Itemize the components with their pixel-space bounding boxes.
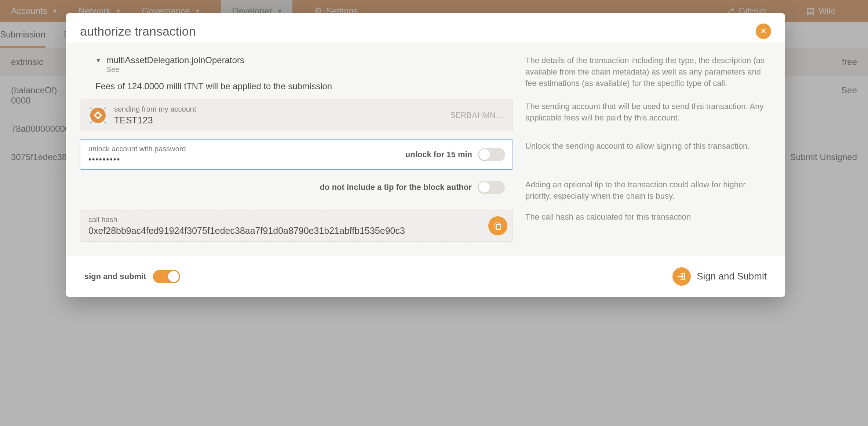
close-icon: ✕ — [760, 26, 767, 36]
tip-label: do not include a tip for the block autho… — [320, 183, 472, 192]
fees-line: Fees of 124.0000 milli tTNT will be appl… — [80, 81, 513, 91]
password-card[interactable]: unlock account with password ••••••••• u… — [80, 139, 513, 170]
sign-in-icon — [677, 272, 686, 281]
sending-account-card[interactable]: sending from my account TEST123 5ERBAHMN… — [80, 100, 513, 131]
account-name: TEST123 — [114, 115, 504, 126]
identicon — [88, 106, 107, 125]
desc-tip: Adding an optional tip to the transactio… — [525, 178, 771, 202]
svg-point-3 — [96, 113, 100, 117]
modal-footer: sign and submit Sign and Submit — [66, 256, 785, 297]
authorize-transaction-modal: authorize transaction ✕ ▼ multiAssetDele… — [66, 13, 785, 297]
account-label: sending from my account — [114, 105, 504, 113]
svg-rect-5 — [104, 107, 106, 109]
sign-and-submit-button[interactable]: Sign and Submit — [672, 267, 767, 286]
desc-account: The sending account that will be used to… — [525, 100, 771, 124]
unlock-15min-toggle[interactable] — [478, 148, 505, 161]
modal-body: ▼ multiAssetDelegation.joinOperators See… — [66, 43, 785, 256]
copy-call-hash-button[interactable] — [488, 216, 507, 235]
call-hash-value: 0xef28bb9ac4fed91924f3075f1edec38aa7f91d… — [88, 225, 483, 236]
desc-callhash: The call hash as calculated for this tra… — [525, 210, 771, 223]
svg-rect-4 — [90, 107, 92, 109]
method-block[interactable]: ▼ multiAssetDelegation.joinOperators See — [80, 54, 513, 76]
tip-toggle[interactable] — [478, 181, 505, 194]
svg-rect-9 — [496, 224, 501, 230]
desc-method: The details of the transaction including… — [525, 54, 771, 89]
svg-rect-7 — [104, 121, 106, 124]
call-hash-label: call hash — [88, 216, 483, 224]
sign-and-submit-label: Sign and Submit — [697, 271, 767, 282]
svg-rect-6 — [90, 121, 92, 124]
modal-title: authorize transaction — [80, 24, 196, 39]
method-sub: See — [106, 65, 244, 74]
account-short-addr: 5ERBAHMN… — [451, 111, 504, 120]
modal-header: authorize transaction ✕ — [66, 13, 785, 43]
sign-submit-toggle-label: sign and submit — [84, 272, 146, 281]
unlock-15min-label: unlock for 15 min — [405, 150, 472, 159]
copy-icon — [493, 221, 502, 230]
sign-submit-toggle[interactable] — [153, 270, 180, 283]
method-name: multiAssetDelegation.joinOperators — [106, 55, 244, 65]
close-button[interactable]: ✕ — [756, 24, 771, 39]
call-hash-card: call hash 0xef28bb9ac4fed91924f3075f1ede… — [80, 210, 513, 242]
chevron-down-icon: ▼ — [95, 57, 101, 64]
desc-password: Unlock the sending account to allow sign… — [525, 139, 771, 152]
